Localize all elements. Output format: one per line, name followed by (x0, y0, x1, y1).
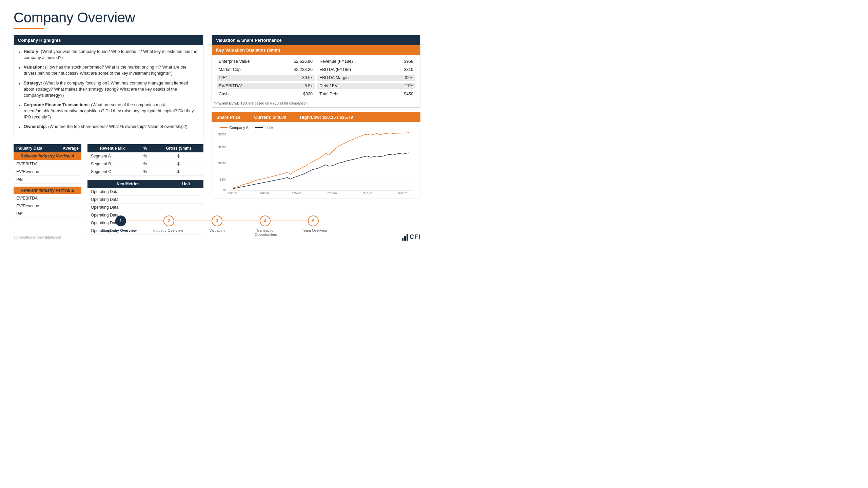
revenue-row: Segment B%$ (87, 160, 203, 168)
valuation-row: P/E* 39.6x EBITDA Margin 32% (217, 75, 415, 81)
industry-col-header: Industry Data (14, 144, 54, 152)
industry-value (54, 202, 81, 210)
highlight-item: • Corporate Finance Transactions: (What … (19, 102, 198, 120)
nav-timeline: 12345 (115, 215, 319, 226)
highlight-text: Valuation: (How has the stock performed?… (24, 64, 198, 76)
footer-url: corporatefinanceinstitute.com (14, 235, 62, 239)
val-value-right: $310 (404, 67, 413, 72)
nav-label-1: Company Overview (95, 228, 144, 237)
industry-metric: P/E (14, 175, 54, 183)
highlight-item: • Valuation: (How has the stock performe… (19, 64, 198, 76)
nav-step-1[interactable]: 1 (115, 215, 126, 226)
segment-gross: $ (154, 160, 204, 168)
valuation-note: *P/E and EV/EBITDA are based on FY18(e) … (212, 101, 420, 107)
svg-text:2017-10: 2017-10 (398, 192, 407, 195)
highlight-label: Ownership: (24, 124, 47, 129)
val-value-left: 39.6x (302, 75, 313, 80)
val-label-right: EBITDA (FY18e) (319, 67, 351, 72)
right-column: Valuation & Share Performance Key Valuat… (212, 35, 420, 235)
share-price-label: Share Price (216, 115, 241, 120)
industry-metric: EV/Revenue (14, 168, 54, 175)
nav-label-4: Transaction Opportunities (241, 228, 290, 237)
valuation-row: Market Cap $2,228.20 EBITDA (FY18e) $310 (217, 67, 415, 73)
revenue-mix-header: Revenue Mix (87, 144, 137, 152)
metric-unit (169, 188, 203, 196)
val-label-right: EBITDA Margin (319, 75, 349, 80)
val-value-left: 8.5x (304, 83, 313, 88)
val-label-right: Total Debt (319, 92, 338, 96)
svg-text:2016-10: 2016-10 (362, 192, 372, 195)
metric-label: Operating Data (87, 195, 169, 203)
val-cell-right: EBITDA (FY18e) $310 (317, 67, 415, 73)
highlight-label: History: (24, 49, 40, 54)
industry-metric: EV/EBITDA (14, 194, 54, 202)
segment-label: Segment B (87, 160, 137, 168)
highlights-content: • History: (What year was the company fo… (14, 45, 203, 138)
key-metrics-unit-header: Unit (169, 180, 203, 188)
industry-row: EV/Revenue (14, 202, 81, 210)
segment-label: Segment C (87, 168, 137, 175)
nav-step-2[interactable]: 2 (163, 215, 174, 226)
val-cell-left: Market Cap $2,228.20 (217, 67, 315, 73)
svg-text:2015-10: 2015-10 (327, 192, 337, 195)
svg-text:$500: $500 (220, 178, 226, 181)
val-cell-right: Total Debt $450 (317, 91, 415, 97)
chart-svg: $2000 $1500 $1000 $500 $0 2012-10 2 (217, 131, 415, 195)
industry-vertical-b: Relevant Industry Vertical B (14, 186, 81, 194)
val-value-right: $450 (404, 92, 413, 96)
highlight-item: • Strategy: (What is the company focusin… (19, 80, 198, 98)
valuation-subheader: Key Valuation Statistics ($mm) (212, 45, 420, 55)
highlight-label: Corporate Finance Transactions: (24, 102, 90, 107)
cfi-bar-2 (404, 236, 406, 241)
nav-label-2: Industry Overview (144, 228, 193, 237)
segment-pct: % (137, 152, 153, 160)
industry-vertical-a: Relevant Industry Vertical A (14, 152, 81, 160)
share-price-bar: Share Price Current: $40.00 High/Low: $5… (212, 112, 420, 122)
svg-text:$1000: $1000 (218, 162, 226, 165)
nav-step-5[interactable]: 5 (308, 215, 319, 226)
val-value-left: $2,228.20 (294, 67, 313, 72)
industry-metric: EV/Revenue (14, 202, 54, 210)
metric-label: Operating Data (87, 203, 169, 211)
segment-pct: % (137, 160, 153, 168)
val-cell-left: P/E* 39.6x (217, 75, 315, 81)
share-price-highlow: High/Low: $50.15 / $35.79 (300, 115, 353, 120)
legend-index-label: Index (264, 126, 274, 130)
legend-company-label: Company A (229, 126, 249, 130)
cfi-logo: CFI (402, 233, 420, 241)
metric-unit (169, 203, 203, 211)
val-label-left: EV/EBITDA* (219, 83, 242, 88)
key-metrics-header: Key Metrics (87, 180, 169, 188)
metrics-row: Operating Data (87, 195, 203, 203)
industry-value (54, 168, 81, 175)
svg-text:2014-10: 2014-10 (292, 192, 301, 195)
industry-table: Industry Data Average Relevant Industry … (14, 144, 81, 218)
cfi-text: CFI (410, 233, 420, 241)
val-label-left: Cash (219, 92, 229, 96)
metric-label: Operating Data (87, 188, 169, 196)
val-value-right: $968 (404, 59, 413, 64)
nav-step-3[interactable]: 3 (212, 215, 222, 226)
left-column: Company Highlights • History: (What year… (14, 35, 203, 235)
share-price-section: Share Price Current: $40.00 High/Low: $5… (212, 112, 420, 199)
page-title: Company Overview (14, 10, 420, 26)
svg-text:$1500: $1500 (218, 146, 226, 149)
footer: corporatefinanceinstitute.com (14, 235, 62, 239)
val-label-right: Revenue (FY18e) (319, 59, 353, 64)
industry-value (54, 175, 81, 183)
val-value-left: $2,626.90 (294, 59, 313, 64)
cfi-bars-icon (402, 234, 408, 241)
revenue-row: Segment C%$ (87, 168, 203, 175)
val-cell-right: Debt / EV 17% (317, 83, 415, 89)
bullet: • (19, 64, 20, 71)
val-cell-left: Cash $320 (217, 91, 315, 97)
revenue-row: Segment A%$ (87, 152, 203, 160)
nav-labels: Company OverviewIndustry OverviewValuati… (95, 228, 339, 237)
revenue-gross-header: Gross ($mm) (154, 144, 204, 152)
val-label-right: Debt / EV (319, 83, 338, 88)
title-underline (14, 28, 44, 29)
val-label-left: Market Cap (219, 67, 241, 72)
industry-avg-header: Average (54, 144, 81, 152)
industry-row: EV/Revenue (14, 168, 81, 175)
nav-step-4[interactable]: 4 (260, 215, 271, 226)
